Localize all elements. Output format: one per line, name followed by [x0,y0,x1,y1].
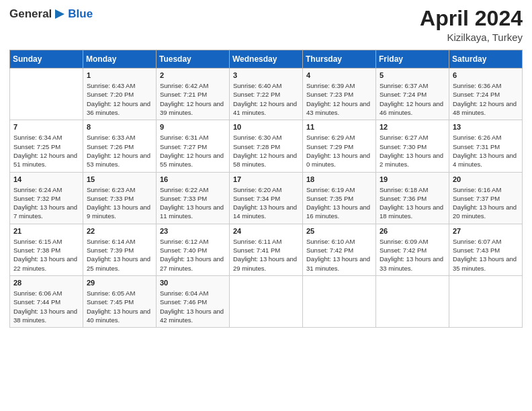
calendar-week-row: 1 Sunrise: 6:43 AM Sunset: 7:20 PM Dayli… [10,68,523,120]
cell-sunset: Sunset: 7:40 PM [160,246,207,254]
col-friday: Friday [376,50,449,68]
cell-sunrise: Sunrise: 6:42 AM [160,82,208,89]
cell-daylight: Daylight: 13 hours and 38 minutes. [13,308,77,324]
cell-daylight: Daylight: 13 hours and 31 minutes. [306,255,370,271]
calendar-cell: 4 Sunrise: 6:39 AM Sunset: 7:23 PM Dayli… [303,68,376,120]
cell-date-number: 9 [160,123,226,131]
cell-sunset: Sunset: 7:39 PM [87,246,134,254]
cell-sunset: Sunset: 7:36 PM [380,195,427,202]
cell-sunset: Sunset: 7:37 PM [453,195,500,202]
calendar-cell: 12 Sunrise: 6:27 AM Sunset: 7:30 PM Dayl… [376,120,449,172]
cell-daylight: Daylight: 12 hours and 58 minutes. [233,152,297,168]
cell-date-number: 4 [306,71,372,79]
cell-sunset: Sunset: 7:25 PM [13,143,60,150]
cell-sunrise: Sunrise: 6:36 AM [453,82,501,89]
calendar-cell: 7 Sunrise: 6:34 AM Sunset: 7:25 PM Dayli… [10,120,83,172]
cell-daylight: Daylight: 13 hours and 4 minutes. [453,152,517,168]
cell-sunset: Sunset: 7:24 PM [380,91,427,98]
calendar-cell: 9 Sunrise: 6:31 AM Sunset: 7:27 PM Dayli… [157,120,230,172]
cell-daylight: Daylight: 13 hours and 14 minutes. [233,203,297,220]
calendar-cell: 19 Sunrise: 6:18 AM Sunset: 7:36 PM Dayl… [376,172,449,224]
cell-date-number: 29 [87,279,152,287]
cell-date-number: 2 [160,71,226,79]
cell-date-number: 24 [233,227,299,235]
cell-date-number: 20 [453,175,519,183]
cell-date-number: 5 [380,71,445,79]
cell-daylight: Daylight: 13 hours and 7 minutes. [13,203,77,220]
cell-date-number: 7 [13,123,79,131]
cell-daylight: Daylight: 13 hours and 42 minutes. [160,308,224,324]
cell-sunrise: Sunrise: 6:15 AM [13,238,62,245]
cell-date-number: 25 [306,227,372,235]
cell-daylight: Daylight: 12 hours and 36 minutes. [87,100,150,116]
cell-daylight: Daylight: 12 hours and 46 minutes. [380,100,443,116]
cell-sunrise: Sunrise: 6:27 AM [380,134,428,141]
cell-date-number: 15 [87,175,152,183]
cell-date-number: 14 [13,175,79,183]
cell-sunset: Sunset: 7:41 PM [233,246,280,254]
cell-sunset: Sunset: 7:23 PM [306,91,353,98]
cell-sunset: Sunset: 7:22 PM [233,91,280,98]
cell-daylight: Daylight: 13 hours and 9 minutes. [87,203,150,220]
cell-date-number: 1 [87,71,152,79]
cell-sunrise: Sunrise: 6:30 AM [233,134,281,141]
cell-daylight: Daylight: 13 hours and 27 minutes. [160,255,224,271]
calendar-cell [449,275,523,327]
calendar-cell: 29 Sunrise: 6:05 AM Sunset: 7:45 PM Dayl… [83,275,157,327]
svg-marker-0 [55,9,64,19]
calendar-cell: 14 Sunrise: 6:24 AM Sunset: 7:32 PM Dayl… [10,172,83,224]
cell-daylight: Daylight: 12 hours and 41 minutes. [233,100,297,116]
calendar-cell: 27 Sunrise: 6:07 AM Sunset: 7:43 PM Dayl… [449,224,523,275]
cell-daylight: Daylight: 13 hours and 22 minutes. [13,255,77,271]
cell-sunrise: Sunrise: 6:43 AM [87,82,135,89]
cell-sunrise: Sunrise: 6:14 AM [87,238,135,245]
page-subtitle: Kizilkaya, Turkey [420,32,523,43]
cell-daylight: Daylight: 13 hours and 35 minutes. [453,255,517,271]
cell-daylight: Daylight: 13 hours and 18 minutes. [380,203,443,220]
cell-date-number: 11 [306,123,372,131]
cell-sunrise: Sunrise: 6:09 AM [380,238,428,245]
page-header: General Blue April 2024 Kizilkaya, Turke… [9,7,523,43]
cell-sunset: Sunset: 7:21 PM [160,91,207,98]
cell-sunset: Sunset: 7:26 PM [87,143,134,150]
calendar-cell: 8 Sunrise: 6:33 AM Sunset: 7:26 PM Dayli… [83,120,157,172]
cell-sunset: Sunset: 7:30 PM [380,143,427,150]
calendar-cell: 11 Sunrise: 6:29 AM Sunset: 7:29 PM Dayl… [303,120,376,172]
cell-sunrise: Sunrise: 6:24 AM [13,186,62,193]
calendar-cell: 23 Sunrise: 6:12 AM Sunset: 7:40 PM Dayl… [157,224,230,275]
calendar-cell: 3 Sunrise: 6:40 AM Sunset: 7:22 PM Dayli… [230,68,303,120]
calendar-cell: 21 Sunrise: 6:15 AM Sunset: 7:38 PM Dayl… [10,224,83,275]
calendar-cell: 22 Sunrise: 6:14 AM Sunset: 7:39 PM Dayl… [83,224,157,275]
calendar-cell: 1 Sunrise: 6:43 AM Sunset: 7:20 PM Dayli… [83,68,157,120]
cell-sunrise: Sunrise: 6:37 AM [380,82,428,89]
cell-date-number: 19 [380,175,445,183]
cell-date-number: 23 [160,227,226,235]
cell-date-number: 6 [453,71,519,79]
cell-sunrise: Sunrise: 6:11 AM [233,238,281,245]
calendar-cell: 24 Sunrise: 6:11 AM Sunset: 7:41 PM Dayl… [230,224,303,275]
cell-sunset: Sunset: 7:32 PM [13,195,60,202]
calendar-week-row: 28 Sunrise: 6:06 AM Sunset: 7:44 PM Dayl… [10,275,523,327]
cell-sunrise: Sunrise: 6:26 AM [453,134,501,141]
calendar-cell: 28 Sunrise: 6:06 AM Sunset: 7:44 PM Dayl… [10,275,83,327]
cell-sunset: Sunset: 7:43 PM [453,246,500,254]
cell-sunrise: Sunrise: 6:23 AM [87,186,135,193]
cell-sunrise: Sunrise: 6:29 AM [306,134,355,141]
cell-sunset: Sunset: 7:28 PM [233,143,280,150]
calendar-cell: 26 Sunrise: 6:09 AM Sunset: 7:42 PM Dayl… [376,224,449,275]
cell-sunset: Sunset: 7:33 PM [160,195,207,202]
cell-sunset: Sunset: 7:31 PM [453,143,500,150]
calendar-cell: 10 Sunrise: 6:30 AM Sunset: 7:28 PM Dayl… [230,120,303,172]
cell-date-number: 22 [87,227,152,235]
cell-daylight: Daylight: 12 hours and 53 minutes. [87,152,150,168]
logo-general: General [9,7,52,21]
cell-sunrise: Sunrise: 6:39 AM [306,82,355,89]
col-tuesday: Tuesday [157,50,230,68]
cell-date-number: 3 [233,71,299,79]
cell-date-number: 12 [380,123,445,131]
calendar-cell: 13 Sunrise: 6:26 AM Sunset: 7:31 PM Dayl… [449,120,523,172]
cell-sunset: Sunset: 7:45 PM [87,298,134,306]
calendar-cell: 20 Sunrise: 6:16 AM Sunset: 7:37 PM Dayl… [449,172,523,224]
cell-sunrise: Sunrise: 6:06 AM [13,289,62,297]
cell-date-number: 21 [13,227,79,235]
